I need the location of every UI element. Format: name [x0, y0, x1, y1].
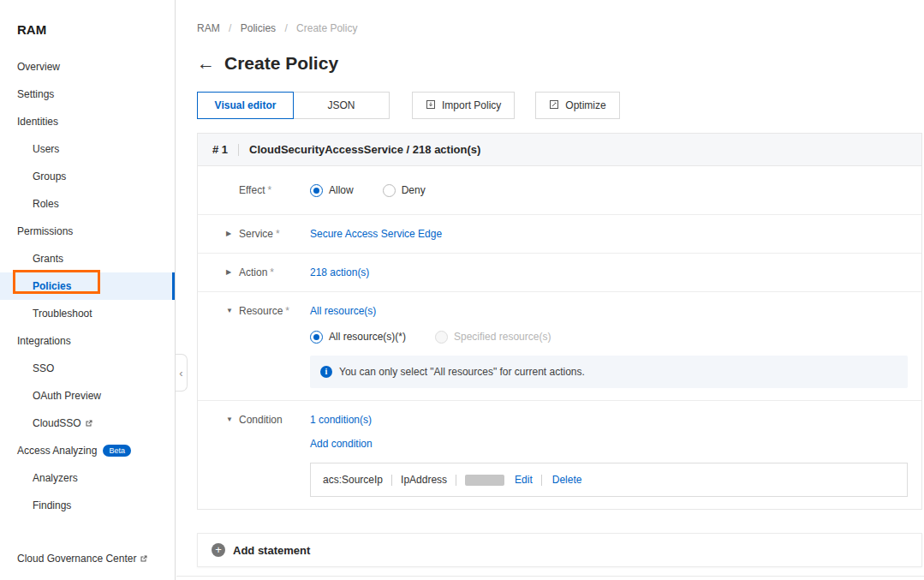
breadcrumb-policies[interactable]: Policies	[241, 22, 276, 34]
sidebar-item-permissions[interactable]: Permissions	[0, 218, 175, 245]
effect-allow-option[interactable]: Allow	[310, 183, 354, 197]
sidebar-item-grants[interactable]: Grants	[0, 245, 175, 272]
breadcrumb-ram[interactable]: RAM	[197, 22, 220, 34]
sidebar-item-cloud-governance-center[interactable]: Cloud Governance Center	[0, 545, 175, 572]
condition-key: acs:SourceIp	[323, 473, 383, 487]
sidebar-item-sso[interactable]: SSO	[0, 355, 175, 382]
bottom-divider	[176, 576, 924, 577]
statement-card: # 1 CloudSecurityAccessService / 218 act…	[197, 133, 922, 510]
add-statement-button[interactable]: + Add statement	[197, 533, 922, 567]
sidebar-item-groups[interactable]: Groups	[0, 163, 175, 190]
caret-right-icon[interactable]: ▶	[226, 266, 239, 279]
condition-item: acs:SourceIp IpAddress Edit Delete	[310, 463, 908, 497]
breadcrumb-current: Create Policy	[296, 22, 357, 34]
toolbar: Visual editor JSON Import Policy Optimiz…	[197, 92, 620, 119]
optimize-button[interactable]: Optimize	[535, 92, 619, 119]
effect-label: Effect	[239, 183, 265, 197]
sidebar-item-identities[interactable]: Identities	[0, 108, 175, 135]
effect-radio-group: Allow Deny	[310, 183, 921, 197]
action-label: Action	[239, 266, 267, 279]
action-row: ▶ Action * 218 action(s)	[198, 254, 921, 292]
resource-label: Resource	[239, 304, 283, 318]
sidebar-item-integrations[interactable]: Integrations	[0, 327, 175, 355]
resource-row: ▼ Resource * All resource(s) All resourc…	[198, 292, 921, 401]
service-value-link[interactable]: Secure Access Service Edge	[310, 228, 442, 240]
beta-badge: Beta	[103, 445, 131, 457]
external-link-icon	[140, 554, 148, 563]
resource-info-text: You can only select "All resources" for …	[339, 365, 585, 379]
sidebar-collapse-handle[interactable]: ‹	[176, 354, 188, 392]
back-arrow-icon[interactable]: ←	[197, 51, 215, 75]
sidebar-item-users[interactable]: Users	[0, 135, 175, 163]
service-row: ▶ Service * Secure Access Service Edge	[198, 215, 921, 254]
breadcrumb: RAM / Policies / Create Policy	[197, 22, 357, 34]
plus-circle-icon: +	[212, 543, 225, 557]
pipe-divider	[541, 475, 542, 486]
sidebar-item-access-analyzing[interactable]: Access Analyzing Beta	[0, 437, 175, 464]
sidebar-item-cloudsso[interactable]: CloudSSO	[0, 410, 175, 437]
sidebar: RAM Overview Settings Identities Users G…	[0, 0, 176, 580]
sidebar-item-overview[interactable]: Overview	[0, 53, 175, 81]
radio-allow[interactable]	[310, 184, 323, 197]
main-content: RAM / Policies / Create Policy ← Create …	[176, 0, 924, 580]
page-title: Create Policy	[224, 53, 338, 74]
external-link-icon	[85, 419, 93, 428]
optimize-icon	[549, 99, 559, 112]
breadcrumb-separator: /	[229, 22, 231, 34]
specified-resources-option: Specified resource(s)	[435, 330, 551, 344]
service-label: Service	[239, 227, 273, 241]
radio-specified-resources	[435, 331, 448, 344]
effect-deny-option[interactable]: Deny	[383, 183, 426, 197]
sidebar-title: RAM	[0, 0, 175, 53]
resource-info-banner: i You can only select "All resources" fo…	[310, 356, 908, 388]
sidebar-item-troubleshoot[interactable]: Troubleshoot	[0, 300, 175, 327]
tab-visual-editor[interactable]: Visual editor	[197, 92, 294, 119]
effect-row: Effect * Allow Deny	[198, 166, 921, 215]
action-value-link[interactable]: 218 action(s)	[310, 266, 369, 278]
required-mark: *	[267, 183, 271, 197]
statement-title: CloudSecurityAccessService / 218 action(…	[249, 143, 480, 156]
info-icon: i	[320, 366, 332, 378]
condition-operator: IpAddress	[401, 473, 447, 487]
caret-right-icon[interactable]: ▶	[226, 227, 239, 241]
sidebar-item-roles[interactable]: Roles	[0, 190, 175, 218]
header-divider	[238, 144, 239, 156]
statement-index: # 1	[212, 143, 228, 156]
add-statement-label: Add statement	[233, 544, 310, 557]
pipe-divider	[391, 475, 392, 486]
tab-json[interactable]: JSON	[293, 92, 390, 119]
radio-deny[interactable]	[383, 184, 396, 197]
caret-down-icon[interactable]: ▼	[226, 304, 239, 318]
condition-count-link[interactable]: 1 condition(s)	[310, 414, 372, 426]
all-resources-option[interactable]: All resource(s)(*)	[310, 330, 406, 344]
statement-header: # 1 CloudSecurityAccessService / 218 act…	[198, 134, 921, 166]
import-icon	[426, 99, 436, 112]
condition-row: ▼ Condition 1 condition(s) Add condition…	[198, 401, 921, 509]
sidebar-item-oauth-preview[interactable]: OAuth Preview	[0, 382, 175, 410]
pipe-divider	[456, 475, 456, 486]
sidebar-item-analyzers[interactable]: Analyzers	[0, 464, 175, 492]
condition-value-redacted	[465, 475, 504, 486]
required-mark: *	[285, 304, 289, 318]
sidebar-item-policies[interactable]: Policies	[0, 272, 175, 300]
resource-radio-group: All resource(s)(*) Specified resource(s)	[310, 330, 921, 344]
required-mark: *	[270, 266, 274, 279]
import-policy-button[interactable]: Import Policy	[412, 92, 515, 119]
condition-edit-link[interactable]: Edit	[515, 473, 533, 487]
add-condition-link[interactable]: Add condition	[310, 438, 373, 450]
condition-delete-link[interactable]: Delete	[552, 473, 582, 487]
sidebar-item-settings[interactable]: Settings	[0, 81, 175, 108]
required-mark: *	[276, 227, 280, 241]
condition-label: Condition	[239, 413, 283, 427]
radio-all-resources[interactable]	[310, 331, 323, 344]
caret-down-icon[interactable]: ▼	[226, 413, 239, 427]
resource-value-link[interactable]: All resource(s)	[310, 305, 376, 317]
collapse-chevron-icon: ‹	[179, 367, 182, 380]
breadcrumb-separator: /	[284, 22, 287, 34]
sidebar-item-findings[interactable]: Findings	[0, 492, 175, 519]
